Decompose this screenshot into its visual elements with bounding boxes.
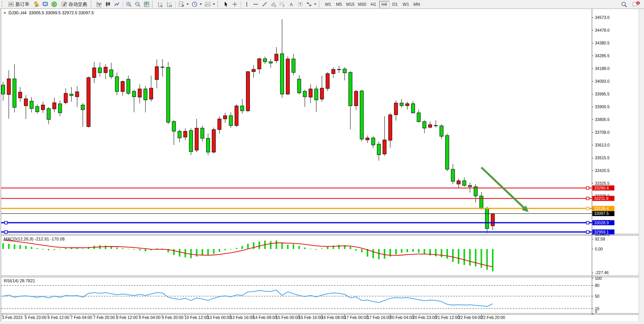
svg-text:80: 80 <box>595 283 600 288</box>
svg-text:7 Feb 20:00: 7 Feb 20:00 <box>93 315 115 320</box>
timeframe-d1-button[interactable]: D1 <box>390 1 400 8</box>
arrows-tool-button[interactable] <box>305 0 318 8</box>
seal-icon <box>33 1 39 7</box>
candlestick-chart-icon <box>105 1 111 7</box>
svg-text:15 Feb 00:00: 15 Feb 00:00 <box>276 315 300 320</box>
date-axis[interactable]: 3 Feb 20235 Feb 23:006 Feb 12:007 Feb 04… <box>2 315 505 320</box>
new-order-label: 新订单 <box>15 1 29 8</box>
trendline-icon <box>261 1 268 7</box>
vertical-line-tool-button[interactable] <box>243 0 251 8</box>
svg-text:33420.5: 33420.5 <box>595 168 610 173</box>
svg-text:15 Feb 16:00: 15 Feb 16:00 <box>299 315 323 320</box>
svg-text:21 Feb 12:00: 21 Feb 12:00 <box>436 315 460 320</box>
chart-title-row: ▼ DJ30-,H4 33005.5 33099.5 32972.5 33097… <box>3 10 94 15</box>
svg-text:33097.5: 33097.5 <box>594 211 609 216</box>
chart-shift-icon <box>166 1 173 7</box>
chevron-down-icon <box>200 3 202 5</box>
svg-text:A: A <box>290 2 293 7</box>
fibonacci-tool-button[interactable]: E <box>269 0 278 8</box>
zoom-out-button[interactable] <box>133 0 142 8</box>
svg-text:MACD(12,26,9) -212.91 -170.08: MACD(12,26,9) -212.91 -170.08 <box>4 237 65 241</box>
candlestick-chart-button[interactable] <box>104 0 112 8</box>
arrows-tool-icon <box>306 1 312 7</box>
timeframe-h1-button[interactable]: H1 <box>368 1 379 8</box>
market-watch-button[interactable] <box>41 0 50 8</box>
cursor-tool-button[interactable] <box>222 0 230 8</box>
svg-text:33290.4: 33290.4 <box>594 186 609 190</box>
notifications-button[interactable]: 1 <box>631 0 641 8</box>
navigator-icon <box>51 1 57 7</box>
chart-canvas[interactable]: 34573.034478.034380.534285.534188.034093… <box>0 0 644 324</box>
tile-windows-icon <box>143 1 150 7</box>
auto-trading-label: 自动交易 <box>68 1 87 8</box>
svg-text:10 Feb 12:00: 10 Feb 12:00 <box>184 315 208 320</box>
zoom-in-button[interactable] <box>125 0 133 8</box>
profiles-button[interactable] <box>32 0 41 8</box>
toolbar-grip[interactable] <box>319 1 321 7</box>
auto-trading-button[interactable]: 自动交易 <box>59 0 89 8</box>
timeframe-mn-button[interactable]: MN <box>412 1 422 8</box>
toolbar-grip[interactable] <box>152 1 155 7</box>
svg-text:33136.4: 33136.4 <box>594 206 609 211</box>
bar-chart-button[interactable] <box>95 0 103 8</box>
svg-text:20 Feb 04:00: 20 Feb 04:00 <box>390 315 414 320</box>
svg-text:0: 0 <box>595 309 597 314</box>
crosshair-icon <box>232 1 238 7</box>
svg-text:13 Feb 00:00: 13 Feb 00:00 <box>207 315 231 320</box>
timeframe-m1-button[interactable]: M1 <box>323 1 333 8</box>
fibo-fan-tool-button[interactable]: F <box>278 0 287 8</box>
svg-text:33325.5: 33325.5 <box>595 181 610 186</box>
new-order-button[interactable]: 新订单 <box>6 0 32 8</box>
svg-text:100: 100 <box>595 276 602 281</box>
svg-text:14 Feb 08:00: 14 Feb 08:00 <box>253 315 277 320</box>
auto-scroll-button[interactable] <box>156 0 165 8</box>
svg-text:34188.0: 34188.0 <box>595 66 610 71</box>
svg-text:50: 50 <box>595 294 600 298</box>
timeframe-h4-button[interactable]: H4 <box>379 1 389 8</box>
svg-text:22 Feb 04:00: 22 Feb 04:00 <box>458 315 482 320</box>
svg-text:3 Feb 2023: 3 Feb 2023 <box>2 315 22 320</box>
svg-text:20 Feb 23:00: 20 Feb 23:00 <box>413 315 437 320</box>
period-button[interactable] <box>190 0 203 8</box>
vertical-line-icon <box>244 1 250 7</box>
svg-text:13 Feb 16:00: 13 Feb 16:00 <box>230 315 254 320</box>
svg-text:33708.0: 33708.0 <box>595 130 610 135</box>
chart-shift-button[interactable] <box>165 0 174 8</box>
timeframe-m30-button[interactable]: M30 <box>356 1 367 8</box>
fibo-fan-icon: F <box>279 1 285 7</box>
timeframe-m5-button[interactable]: M5 <box>334 1 344 8</box>
svg-text:5 Feb 23:00: 5 Feb 23:00 <box>25 315 46 320</box>
navigator-button[interactable] <box>50 0 58 8</box>
text-tool-button[interactable]: A <box>287 0 296 8</box>
tile-windows-button[interactable] <box>142 0 151 8</box>
svg-text:0.00: 0.00 <box>595 247 603 251</box>
symbol-dropdown-icon[interactable]: ▼ <box>3 11 6 15</box>
template-button[interactable] <box>203 0 216 8</box>
crosshair-tool-button[interactable] <box>231 0 239 8</box>
svg-text:33805.5: 33805.5 <box>595 117 610 122</box>
svg-text:7 Feb 04:00: 7 Feb 04:00 <box>70 315 92 320</box>
text-tool-icon: A <box>288 1 294 7</box>
svg-text:34285.5: 34285.5 <box>595 53 610 58</box>
label-tool-button[interactable]: T <box>296 0 304 8</box>
svg-text:8 Feb 12:00: 8 Feb 12:00 <box>116 315 138 320</box>
svg-text:RSI(14) 28.7821: RSI(14) 28.7821 <box>4 278 35 283</box>
toolbar-grip[interactable] <box>91 1 93 7</box>
horizontal-line-tool-button[interactable] <box>251 0 260 8</box>
add-indicator-button[interactable] <box>177 0 190 8</box>
timeframe-w1-button[interactable]: W1 <box>401 1 411 8</box>
svg-text:17 Feb 00:00: 17 Feb 00:00 <box>344 315 368 320</box>
chart-symbol-period: DJ30-,H4 <box>9 10 26 15</box>
chevron-down-icon <box>186 3 189 5</box>
line-chart-button[interactable] <box>113 0 121 8</box>
trendline-tool-button[interactable] <box>260 0 269 8</box>
search-button[interactable] <box>620 0 629 8</box>
toolbar-grip[interactable] <box>2 1 4 7</box>
new-order-icon <box>8 1 14 7</box>
svg-text:32959.1: 32959.1 <box>594 230 609 234</box>
svg-text:33613.0: 33613.0 <box>595 143 610 147</box>
svg-text:6 Feb 12:00: 6 Feb 12:00 <box>48 315 69 320</box>
timeframe-m15-button[interactable]: M15 <box>345 1 356 8</box>
svg-text:9 Feb 20:00: 9 Feb 20:00 <box>162 315 183 320</box>
toolbar-grip[interactable] <box>217 1 220 7</box>
